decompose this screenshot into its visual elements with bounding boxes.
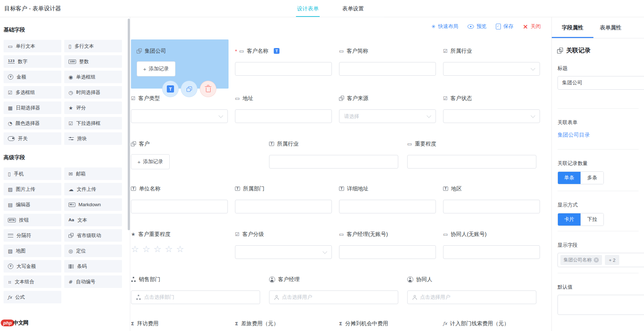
field-label: 协同人 — [407, 276, 432, 283]
sidebar-item-file-upload[interactable]: ☁文件上传 — [64, 183, 122, 195]
field-input[interactable] — [235, 62, 332, 76]
title-input[interactable]: 集团公司 — [558, 76, 644, 90]
field-picker[interactable]: 点击选择部门 — [131, 290, 260, 304]
star-icon[interactable]: ☆ — [131, 244, 139, 254]
sidebar-item-integer[interactable]: 100整数 — [64, 55, 122, 68]
display-fields-more-badge[interactable]: + 2 — [605, 255, 619, 265]
sidebar-item-rating-star[interactable]: ★评分 — [64, 101, 122, 114]
field-select[interactable]: 请选择 — [339, 109, 436, 123]
display-mode-option[interactable]: 下拉 — [580, 213, 603, 226]
tab-form-settings[interactable]: 表单设置 — [342, 0, 364, 17]
field-label-text: 集团公司 — [145, 48, 166, 55]
left-panel-scrollbar[interactable] — [128, 19, 130, 230]
field-picker[interactable]: 点击选择用户 — [269, 290, 398, 304]
tab-field-properties[interactable]: 字段属性 — [562, 24, 583, 31]
tab-design-form[interactable]: 设计表单 — [297, 0, 319, 17]
record-count-option[interactable]: 单条 — [558, 172, 580, 184]
toolbar-preview-button[interactable]: 预览 — [467, 23, 486, 30]
sidebar-item-location[interactable]: ◎定位 — [64, 245, 122, 257]
record-count-option[interactable]: 多条 — [580, 172, 603, 184]
sidebar-item-region-cascade[interactable]: 省市级联动 — [64, 229, 122, 242]
sidebar-item-checkbox-group[interactable]: ☑多选框组 — [4, 86, 61, 99]
delete-field-button[interactable] — [200, 81, 216, 97]
sidebar-item-label: 整数 — [79, 58, 89, 65]
display-fields-box[interactable]: 集团公司名称 × + 2 — [558, 253, 644, 267]
sigma-icon: Σ — [131, 321, 134, 326]
field-input[interactable] — [269, 155, 398, 169]
sidebar-item-multi-line-text[interactable]: ▯多行文本 — [64, 40, 122, 52]
single-line-text-icon: ▭ — [8, 44, 13, 49]
field-input[interactable] — [339, 245, 436, 259]
related-form-link[interactable]: 集团公司目录 — [558, 132, 638, 138]
sidebar-item-image-upload[interactable]: ▨图片上传 — [4, 183, 61, 195]
sidebar-item-barcode[interactable]: 条码 — [64, 260, 122, 273]
field-select[interactable] — [235, 245, 332, 259]
field-input[interactable] — [235, 109, 332, 123]
copy-field-button[interactable] — [181, 81, 197, 97]
sidebar-item-single-line-text[interactable]: ▭单行文本 — [4, 40, 61, 52]
sidebar-item-text-combo[interactable]: ⠶文本组合 — [4, 275, 61, 288]
sidebar-item-uppercase-amount[interactable]: ¥大写金额 — [4, 260, 61, 273]
toolbar-quick-layout-button[interactable]: ✳快速布局 — [431, 23, 458, 30]
sidebar-item-slider[interactable]: 滑块 — [64, 132, 122, 145]
copy-icon — [187, 86, 192, 91]
star-icon[interactable]: ☆ — [165, 244, 173, 254]
display-mode-option[interactable]: 卡片 — [558, 213, 580, 226]
sidebar-item-button[interactable]: BTN按钮 — [4, 214, 61, 226]
field-label: ★客户重要程度 — [131, 231, 171, 237]
sidebar-item-formula[interactable]: ƒx公式 — [4, 291, 61, 303]
field-label-text: 地区 — [451, 185, 462, 192]
tag-close-icon[interactable]: × — [594, 257, 599, 263]
sidebar-item-text[interactable]: Aa文本 — [64, 214, 122, 226]
sidebar-item-time-picker[interactable]: ◷时间选择器 — [64, 86, 122, 99]
field-input[interactable] — [235, 200, 332, 213]
sidebar-item-amount[interactable]: ¥金额 — [4, 71, 61, 83]
field-select[interactable] — [443, 62, 540, 76]
sidebar-item-switch[interactable]: 开关 — [4, 132, 61, 145]
field-input[interactable] — [339, 62, 436, 76]
markdown-icon: M+ — [69, 203, 75, 207]
field-input[interactable] — [443, 245, 540, 259]
sidebar-item-number[interactable]: 123数字 — [4, 55, 61, 68]
star-icon[interactable]: ☆ — [154, 244, 161, 254]
chevron-down-icon — [531, 113, 535, 118]
add-record-button[interactable]: +添加记录 — [131, 154, 170, 169]
star-icon[interactable]: ☆ — [142, 244, 150, 254]
default-value-input[interactable] — [558, 295, 644, 315]
field-select[interactable] — [131, 109, 228, 123]
sidebar-item-label: 文本 — [77, 217, 87, 223]
field-label-text: 客户来源 — [347, 95, 368, 102]
sidebar-item-mail[interactable]: ✉邮箱 — [64, 167, 122, 180]
sidebar-item-dropdown-select[interactable]: ☑下拉选择框 — [64, 117, 122, 129]
sidebar-item-editor[interactable]: ▤编辑器 — [4, 198, 61, 211]
divider — [558, 231, 639, 231]
set-title-action-button[interactable]: T — [163, 81, 178, 97]
sidebar-item-color-picker[interactable]: ◔颜色选择器 — [4, 117, 61, 129]
picker-placeholder: 点击选择用户 — [420, 294, 450, 301]
sidebar-item-phone[interactable]: ▯手机 — [4, 167, 61, 180]
field-picker[interactable]: 点击选择用户 — [407, 290, 536, 304]
field-label-text: 计入部门线索费用（元） — [450, 320, 509, 327]
sidebar-item-markdown[interactable]: M+Markdown — [64, 198, 122, 211]
rating-stars[interactable]: ☆☆☆☆☆ — [131, 244, 184, 254]
sidebar-item-date-picker[interactable]: ▦日期选择器 — [4, 101, 61, 114]
field-label-text: 所属行业 — [277, 141, 299, 147]
star-icon[interactable]: ☆ — [176, 244, 184, 254]
field-input[interactable] — [339, 200, 436, 213]
sidebar-item-map[interactable]: ▧地图 — [4, 245, 61, 257]
sidebar-item-auto-number[interactable]: #自动编号 — [64, 275, 122, 288]
field-select[interactable] — [443, 109, 540, 123]
tab-form-properties[interactable]: 表单属性 — [600, 24, 621, 31]
field-input[interactable] — [131, 200, 228, 213]
field-input[interactable] — [443, 200, 540, 213]
field-label-text: 客户 — [139, 141, 150, 147]
field-input[interactable] — [407, 155, 536, 169]
sidebar-item-separator[interactable]: 分隔符 — [4, 229, 61, 242]
title-field-badge: T — [274, 48, 279, 54]
sidebar-item-label: 文本组合 — [15, 279, 34, 285]
toolbar-close-button[interactable]: ×关闭 — [523, 23, 541, 30]
toolbar-save-button[interactable]: 保存 — [496, 23, 513, 30]
sidebar-item-radio-group[interactable]: ◉单选框组 — [64, 71, 122, 83]
properties-body: 关联记录 标题 集团公司 关联表单 集团公司目录 关联记录数量 单条多条 显示方… — [552, 46, 644, 315]
add-record-button[interactable]: +添加记录 — [137, 61, 175, 76]
